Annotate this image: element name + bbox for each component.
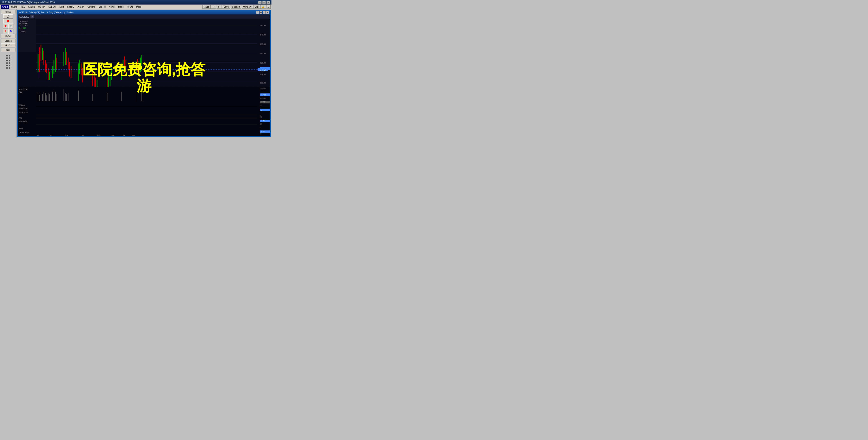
menu-mscan[interactable]: MScan (36, 5, 46, 9)
menu-save[interactable]: Save (222, 5, 230, 9)
svg-rect-30 (54, 60, 54, 74)
menu-chart[interactable]: Chart (1, 5, 9, 9)
svg-text:|25: |25 (37, 134, 39, 136)
svg-text:135.00: 135.00 (260, 43, 266, 45)
svg-rect-79 (64, 89, 64, 101)
minimize-btn[interactable]: — (258, 1, 261, 4)
svg-rect-56 (137, 59, 138, 72)
maximize-btn[interactable]: □ (262, 1, 266, 4)
studies-button[interactable]: Studies (1, 39, 16, 43)
close-btn[interactable]: ✕ (267, 1, 270, 4)
svg-text:121.05: 121.05 (260, 68, 266, 70)
svg-rect-89 (18, 103, 270, 117)
menu-page[interactable]: Page (203, 5, 211, 9)
svg-text:HVOL= 35.71: HVOL= 35.71 (19, 131, 29, 133)
chart-settings-btn[interactable]: ⚙ (31, 15, 34, 18)
menu-ordtkt[interactable]: OrdTkt (97, 5, 107, 9)
svg-rect-85 (107, 93, 107, 101)
cross-red-icon[interactable]: ✚ (3, 24, 8, 28)
menu-snapq[interactable]: SnapQ (66, 5, 75, 9)
menu-status[interactable]: Status (27, 5, 36, 9)
svg-rect-77 (55, 92, 56, 101)
svg-text:25: 25 (260, 133, 262, 134)
svg-rect-71 (45, 93, 45, 101)
menu-quote[interactable]: Quote (10, 5, 19, 9)
menu-bar: Chart Quote T&S Status MScan SupSrv Aler… (0, 4, 272, 9)
svg-rect-44 (94, 75, 94, 87)
menu-window[interactable]: Window (242, 5, 253, 9)
menu-alert[interactable]: Alert (58, 5, 65, 9)
svg-rect-67 (39, 95, 40, 101)
menu-options[interactable]: Options (86, 5, 97, 9)
svg-rect-33 (64, 52, 64, 66)
svg-rect-32 (57, 58, 57, 69)
svg-text:145.00: 145.00 (260, 24, 266, 26)
svg-text:Jul: Jul (123, 134, 125, 136)
svg-text:50: 50 (260, 123, 262, 125)
menu-more[interactable]: More (135, 5, 143, 9)
menu-exit[interactable]: Exit (253, 5, 260, 9)
chart-minimize-btn[interactable]: — (259, 11, 262, 14)
svg-rect-39 (78, 63, 79, 81)
svg-text:50: 50 (260, 104, 262, 106)
svg-rect-38 (71, 66, 71, 78)
svg-text:140.00: 140.00 (260, 34, 266, 36)
svg-text:RSI: RSI (19, 117, 22, 119)
svg-rect-34 (65, 48, 66, 65)
menu-support[interactable]: Support (230, 5, 242, 9)
svg-rect-53 (124, 57, 125, 73)
svg-text:Feb: Feb (49, 134, 52, 136)
svg-rect-54 (126, 60, 126, 73)
menu-supsrv[interactable]: SupSrv (47, 5, 57, 9)
menu-help[interactable]: ? (267, 5, 271, 9)
menu-rfqs[interactable]: RFQs (125, 5, 134, 9)
svg-text:200000: 200000 (260, 97, 266, 99)
svg-text:OI=: OI= (19, 91, 22, 93)
flag-blue-icon[interactable]: ⚑ (8, 29, 13, 34)
main-layout: Setup 🖨 ◼ ✚ ✚ ⚑ ⚑ ReSel Studies <IntD> <… (0, 9, 272, 137)
menu-prev[interactable]: ◄ (211, 5, 216, 9)
svg-rect-24 (43, 51, 44, 65)
menu-trade[interactable]: Trade (116, 5, 125, 9)
crosshair-icons: ✚ ✚ (1, 24, 16, 28)
flag-red-icon[interactable]: ⚑ (3, 29, 8, 34)
svg-rect-51 (121, 63, 122, 80)
symbol-label: KCEZ20.D (19, 16, 30, 18)
svg-text:Vol=  36378: Vol= 36378 (19, 88, 28, 90)
menu-allcon[interactable]: AllCon (76, 5, 86, 9)
intd-button[interactable]: <IntD> (1, 43, 16, 48)
svg-text:SStoch: SStoch (19, 104, 25, 106)
svg-rect-84 (92, 94, 93, 101)
cross-blue-icon[interactable]: ✚ (8, 24, 13, 28)
svg-rect-50 (111, 68, 112, 80)
svg-rect-52 (123, 60, 123, 74)
svg-rect-72 (46, 95, 47, 101)
menu-next[interactable]: ► (217, 5, 222, 9)
resel-button[interactable]: ReSel (1, 34, 16, 38)
svg-text:May: May (97, 134, 100, 136)
list-button[interactable]: <list> (1, 48, 16, 52)
menu-lock[interactable]: 🔒 (260, 5, 266, 9)
svg-rect-59 (142, 55, 142, 70)
svg-text:Mar: Mar (65, 134, 68, 136)
menu-ts[interactable]: T&S (19, 5, 26, 9)
setup-button[interactable]: Setup (1, 10, 16, 14)
print-icon[interactable]: 🖨 (3, 14, 13, 19)
chart-content[interactable]: O= 117.45 H= 121.60 L= 117.45 Δ= +3.60 ·… (18, 19, 270, 136)
svg-rect-23 (42, 48, 43, 60)
svg-text:35.71: 35.71 (260, 130, 265, 132)
svg-rect-55 (136, 61, 136, 75)
chart-close-btn[interactable]: ✕ (266, 11, 269, 14)
svg-text:75: 75 (260, 116, 262, 118)
menu-news[interactable]: News (107, 5, 116, 9)
chart-search-icon[interactable]: 🔍 (256, 11, 259, 14)
svg-text:261731: 261731 (260, 94, 266, 96)
svg-text:115.00: 115.00 (260, 73, 266, 76)
svg-rect-27 (48, 68, 49, 80)
svg-text:300000: 300000 (260, 88, 266, 90)
chart-restore-btn[interactable]: □ (263, 11, 266, 14)
svg-rect-69 (42, 94, 43, 101)
alert-icon[interactable]: ◼ (3, 19, 13, 23)
svg-rect-66 (38, 93, 38, 101)
svg-rect-75 (52, 92, 53, 101)
